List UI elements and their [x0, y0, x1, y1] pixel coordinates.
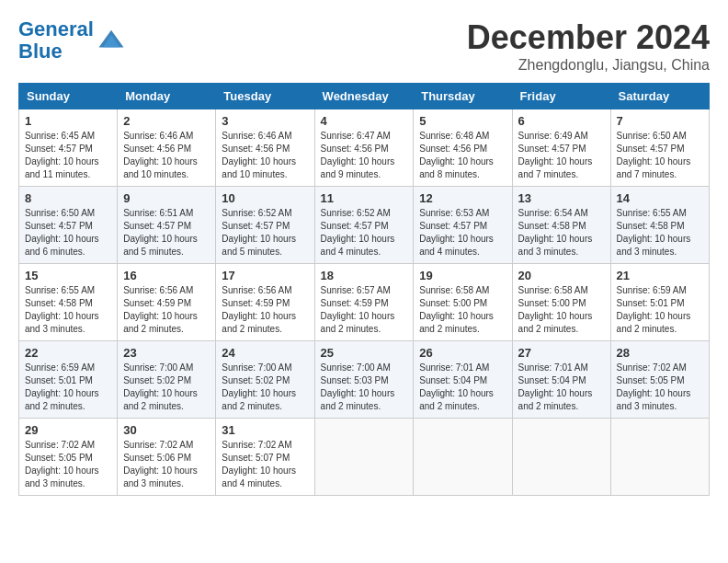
cell-text: Sunrise: 6:59 AMSunset: 5:01 PMDaylight:… [25, 362, 99, 411]
table-row: 18 Sunrise: 6:57 AMSunset: 4:59 PMDaylig… [314, 264, 414, 341]
cell-text: Sunrise: 6:52 AMSunset: 4:57 PMDaylight:… [321, 208, 395, 257]
month-title: December 2024 [467, 18, 710, 57]
table-row: 15 Sunrise: 6:55 AMSunset: 4:58 PMDaylig… [19, 264, 118, 341]
cell-text: Sunrise: 6:46 AMSunset: 4:56 PMDaylight:… [222, 131, 296, 179]
table-row [512, 419, 610, 496]
cell-text: Sunrise: 6:55 AMSunset: 4:58 PMDaylight:… [617, 208, 691, 257]
cell-text: Sunrise: 6:53 AMSunset: 4:57 PMDaylight:… [419, 208, 494, 257]
day-number: 1 [25, 114, 111, 128]
cell-text: Sunrise: 6:54 AMSunset: 4:58 PMDaylight:… [518, 208, 593, 257]
header-sunday: Sunday [19, 84, 118, 109]
cell-text: Sunrise: 6:46 AMSunset: 4:56 PMDaylight:… [123, 131, 198, 179]
table-row: 13 Sunrise: 6:54 AMSunset: 4:58 PMDaylig… [512, 187, 610, 264]
cell-text: Sunrise: 6:48 AMSunset: 4:56 PMDaylight:… [419, 131, 494, 179]
page-header: General Blue December 2024 Zhengdonglu, … [18, 18, 710, 74]
cell-text: Sunrise: 6:56 AMSunset: 4:59 PMDaylight:… [222, 285, 296, 334]
day-number: 11 [321, 191, 408, 205]
table-row: 25 Sunrise: 7:00 AMSunset: 5:03 PMDaylig… [314, 341, 414, 419]
table-row: 5 Sunrise: 6:48 AMSunset: 4:56 PMDayligh… [414, 109, 512, 187]
day-number: 17 [222, 269, 308, 282]
logo-icon [97, 27, 125, 54]
table-row: 31 Sunrise: 7:02 AMSunset: 5:07 PMDaylig… [216, 419, 314, 496]
table-row: 21 Sunrise: 6:59 AMSunset: 5:01 PMDaylig… [610, 264, 709, 341]
cell-text: Sunrise: 7:02 AMSunset: 5:05 PMDaylight:… [25, 440, 99, 488]
table-row: 9 Sunrise: 6:51 AMSunset: 4:57 PMDayligh… [118, 187, 216, 264]
table-row: 24 Sunrise: 7:00 AMSunset: 5:02 PMDaylig… [216, 341, 314, 419]
table-row: 19 Sunrise: 6:58 AMSunset: 5:00 PMDaylig… [414, 264, 512, 341]
table-row: 8 Sunrise: 6:50 AMSunset: 4:57 PMDayligh… [19, 187, 118, 264]
cell-text: Sunrise: 6:47 AMSunset: 4:56 PMDaylight:… [321, 131, 395, 179]
cell-text: Sunrise: 6:50 AMSunset: 4:57 PMDaylight:… [617, 131, 691, 179]
day-number: 14 [617, 191, 703, 205]
logo-general: General [18, 17, 94, 40]
header-tuesday: Tuesday [216, 84, 314, 109]
day-number: 20 [518, 269, 605, 282]
cell-text: Sunrise: 6:58 AMSunset: 5:00 PMDaylight:… [419, 285, 494, 334]
cell-text: Sunrise: 7:02 AMSunset: 5:06 PMDaylight:… [123, 440, 198, 488]
cell-text: Sunrise: 7:01 AMSunset: 5:04 PMDaylight:… [518, 362, 593, 411]
table-row: 1 Sunrise: 6:45 AMSunset: 4:57 PMDayligh… [19, 109, 118, 187]
day-number: 4 [321, 114, 408, 128]
table-row: 4 Sunrise: 6:47 AMSunset: 4:56 PMDayligh… [314, 109, 414, 187]
table-row: 20 Sunrise: 6:58 AMSunset: 5:00 PMDaylig… [512, 264, 610, 341]
cell-text: Sunrise: 6:52 AMSunset: 4:57 PMDaylight:… [222, 208, 296, 257]
location-title: Zhengdonglu, Jiangsu, China [467, 57, 710, 74]
day-number: 13 [518, 191, 605, 205]
table-row [314, 419, 414, 496]
day-number: 18 [321, 269, 408, 282]
cell-text: Sunrise: 6:59 AMSunset: 5:01 PMDaylight:… [617, 285, 691, 334]
day-number: 15 [25, 269, 111, 282]
day-number: 10 [222, 191, 308, 205]
table-row: 7 Sunrise: 6:50 AMSunset: 4:57 PMDayligh… [610, 109, 709, 187]
day-number: 9 [123, 191, 210, 205]
cell-text: Sunrise: 6:50 AMSunset: 4:57 PMDaylight:… [25, 208, 99, 257]
cell-text: Sunrise: 6:58 AMSunset: 5:00 PMDaylight:… [518, 285, 593, 334]
cell-text: Sunrise: 6:55 AMSunset: 4:58 PMDaylight:… [25, 285, 99, 334]
day-number: 8 [25, 191, 111, 205]
table-row: 12 Sunrise: 6:53 AMSunset: 4:57 PMDaylig… [414, 187, 512, 264]
day-number: 19 [419, 269, 506, 282]
table-row: 28 Sunrise: 7:02 AMSunset: 5:05 PMDaylig… [610, 341, 709, 419]
cell-text: Sunrise: 7:00 AMSunset: 5:03 PMDaylight:… [321, 362, 395, 411]
cell-text: Sunrise: 7:01 AMSunset: 5:04 PMDaylight:… [419, 362, 494, 411]
table-row: 17 Sunrise: 6:56 AMSunset: 4:59 PMDaylig… [216, 264, 314, 341]
day-number: 26 [419, 346, 506, 360]
calendar-week-row: 22 Sunrise: 6:59 AMSunset: 5:01 PMDaylig… [19, 341, 710, 419]
day-number: 27 [518, 346, 605, 360]
day-number: 3 [222, 114, 308, 128]
header-saturday: Saturday [610, 84, 709, 109]
title-area: December 2024 Zhengdonglu, Jiangsu, Chin… [467, 18, 710, 74]
header-thursday: Thursday [414, 84, 512, 109]
day-number: 16 [123, 269, 210, 282]
calendar-week-row: 8 Sunrise: 6:50 AMSunset: 4:57 PMDayligh… [19, 187, 710, 264]
table-row: 29 Sunrise: 7:02 AMSunset: 5:05 PMDaylig… [19, 419, 118, 496]
table-row: 14 Sunrise: 6:55 AMSunset: 4:58 PMDaylig… [610, 187, 709, 264]
day-number: 22 [25, 346, 111, 360]
cell-text: Sunrise: 6:45 AMSunset: 4:57 PMDaylight:… [25, 131, 99, 179]
table-row: 30 Sunrise: 7:02 AMSunset: 5:06 PMDaylig… [118, 419, 216, 496]
calendar-table: Sunday Monday Tuesday Wednesday Thursday… [18, 83, 710, 496]
header-monday: Monday [118, 84, 216, 109]
day-number: 6 [518, 114, 605, 128]
logo: General Blue [18, 18, 125, 63]
table-row: 3 Sunrise: 6:46 AMSunset: 4:56 PMDayligh… [216, 109, 314, 187]
table-row: 2 Sunrise: 6:46 AMSunset: 4:56 PMDayligh… [118, 109, 216, 187]
cell-text: Sunrise: 7:02 AMSunset: 5:07 PMDaylight:… [222, 440, 296, 488]
cell-text: Sunrise: 7:00 AMSunset: 5:02 PMDaylight:… [123, 362, 198, 411]
table-row: 23 Sunrise: 7:00 AMSunset: 5:02 PMDaylig… [118, 341, 216, 419]
cell-text: Sunrise: 6:49 AMSunset: 4:57 PMDaylight:… [518, 131, 593, 179]
day-number: 5 [419, 114, 506, 128]
cell-text: Sunrise: 7:00 AMSunset: 5:02 PMDaylight:… [222, 362, 296, 411]
table-row: 22 Sunrise: 6:59 AMSunset: 5:01 PMDaylig… [19, 341, 118, 419]
day-number: 31 [222, 423, 308, 437]
logo-blue: Blue [18, 40, 63, 63]
table-row: 27 Sunrise: 7:01 AMSunset: 5:04 PMDaylig… [512, 341, 610, 419]
header-wednesday: Wednesday [314, 84, 414, 109]
header-friday: Friday [512, 84, 610, 109]
day-number: 2 [123, 114, 210, 128]
table-row: 26 Sunrise: 7:01 AMSunset: 5:04 PMDaylig… [414, 341, 512, 419]
table-row [610, 419, 709, 496]
table-row: 16 Sunrise: 6:56 AMSunset: 4:59 PMDaylig… [118, 264, 216, 341]
calendar-week-row: 15 Sunrise: 6:55 AMSunset: 4:58 PMDaylig… [19, 264, 710, 341]
day-number: 30 [123, 423, 210, 437]
